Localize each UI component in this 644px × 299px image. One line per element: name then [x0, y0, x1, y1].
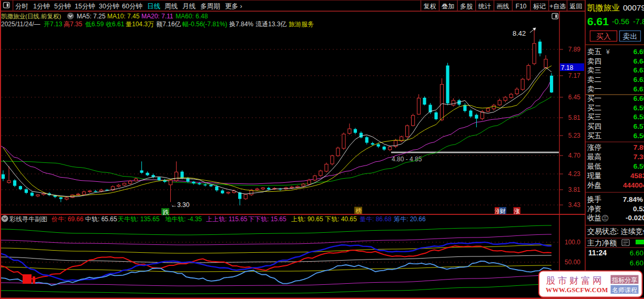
- svg-text:15分钟: 15分钟: [75, 3, 95, 10]
- svg-text:标记: 标记: [533, 3, 546, 10]
- svg-text:7.17: 7.17: [568, 72, 581, 79]
- svg-text:换7.84%: 换7.84%: [229, 20, 253, 28]
- svg-text:F10: F10: [516, 3, 527, 10]
- svg-text:日线: 日线: [147, 3, 160, 10]
- svg-text:叠加: 叠加: [442, 3, 454, 10]
- svg-text:额7.16亿: 额7.16亿: [156, 20, 181, 28]
- svg-text:卖五: 卖五: [587, 48, 602, 56]
- svg-text:买入: 买入: [596, 32, 611, 40]
- svg-text:-0.020: -0.020: [626, 214, 644, 222]
- svg-text:返回: 返回: [569, 3, 582, 10]
- svg-text:多股: 多股: [460, 3, 473, 10]
- svg-text:卖四: 卖四: [587, 57, 601, 65]
- svg-text:低6.59: 低6.59: [85, 20, 104, 28]
- svg-text:6.60: 6.60: [630, 259, 643, 267]
- svg-text:换手: 换手: [587, 195, 601, 203]
- svg-text:买三: 买三: [587, 113, 601, 121]
- svg-text:-0.56: -0.56: [612, 17, 629, 26]
- svg-text:6.60: 6.60: [633, 95, 644, 102]
- svg-text:月线: 月线: [182, 3, 196, 10]
- svg-text:←3.30: ←3.30: [171, 201, 190, 209]
- svg-text:买四: 买四: [587, 122, 601, 130]
- svg-text:6.58: 6.58: [633, 113, 644, 121]
- svg-text:6.59: 6.59: [633, 104, 644, 112]
- svg-text:8.42: 8.42: [513, 29, 526, 37]
- svg-text:5分钟: 5分钟: [54, 3, 71, 10]
- svg-text:卖二: 卖二: [587, 76, 601, 84]
- svg-text:股市财富网: 股市财富网: [546, 275, 604, 286]
- svg-text:买五: 买五: [587, 132, 602, 140]
- svg-text:买二: 买二: [587, 104, 601, 112]
- svg-text:6.57: 6.57: [633, 122, 644, 130]
- svg-text:筹牛: 20.66: 筹牛: 20.66: [394, 215, 426, 223]
- svg-text:5.81: 5.81: [568, 114, 581, 121]
- svg-text:指标分享: 指标分享: [611, 276, 637, 284]
- svg-text:3.43: 3.43: [568, 201, 581, 209]
- svg-text:财: 财: [500, 208, 506, 214]
- svg-text:收益㊂: 收益㊂: [587, 214, 609, 222]
- svg-text:7.18: 7.18: [561, 64, 574, 71]
- svg-text:5.23: 5.23: [568, 132, 581, 139]
- svg-text:MA20: 7.11: MA20: 7.11: [141, 13, 173, 20]
- svg-text:卖三: 卖三: [587, 66, 601, 74]
- svg-text:榜: 榜: [356, 208, 362, 214]
- svg-text:彩线寻牛副图: 彩线寻牛副图: [9, 215, 47, 223]
- svg-text:6.61: 6.61: [587, 15, 609, 27]
- svg-text:流通13.3亿: 流通13.3亿: [255, 20, 287, 28]
- svg-text:最低: 最低: [587, 162, 601, 170]
- svg-text:高7.35: 高7.35: [64, 20, 83, 28]
- svg-text:价牛: 69.66: 价牛: 69.66: [52, 215, 84, 223]
- svg-text:分时: 分时: [15, 3, 28, 10]
- svg-text:MA60: 6.48: MA60: 6.48: [176, 13, 208, 20]
- svg-text:中轨: 65.65: 中轨: 65.65: [85, 215, 117, 223]
- svg-text:3.81: 3.81: [568, 186, 581, 193]
- svg-text:多周期: 多周期: [200, 3, 220, 10]
- svg-text:净资: 净资: [587, 205, 601, 213]
- svg-text:30分钟: 30分钟: [99, 3, 119, 10]
- svg-text:100.0: 100.0: [565, 239, 580, 246]
- svg-text:下下轨: 15.65: 下下轨: 15.65: [248, 215, 287, 223]
- svg-text:卖出: 卖出: [623, 32, 638, 40]
- svg-text:7.84%: 7.84%: [623, 195, 643, 203]
- svg-text:4.23: 4.23: [568, 170, 581, 178]
- svg-text:收6.61: 收6.61: [106, 20, 125, 28]
- svg-text:买一: 买一: [587, 95, 601, 102]
- svg-text:最高: 最高: [587, 153, 601, 161]
- svg-text:-7.81%: -7.81%: [633, 17, 644, 26]
- svg-text:1分钟: 1分钟: [33, 3, 50, 10]
- svg-text:凯撒旅业(日线.前复权): 凯撒旅业(日线.前复权): [1, 13, 62, 19]
- svg-text:+自选: +自选: [549, 3, 566, 10]
- svg-text:上上轨: 115.65: 上上轨: 115.65: [206, 215, 248, 223]
- svg-text:7.89: 7.89: [633, 143, 644, 151]
- svg-text:000796: 000796: [623, 3, 644, 12]
- svg-text:地牛轨: -4.35: 地牛轨: -4.35: [165, 215, 202, 223]
- svg-text:画线: 画线: [496, 3, 509, 10]
- svg-text:量牛: 86.68: 量牛: 86.68: [360, 215, 392, 223]
- svg-text:6.45: 6.45: [568, 94, 581, 101]
- svg-text:MA5: 7.25: MA5: 7.25: [77, 13, 106, 20]
- svg-text:凯撒旅业: 凯撒旅业: [587, 3, 620, 12]
- svg-text:现量: 现量: [587, 172, 601, 180]
- svg-text:4.80 - 4.85: 4.80 - 4.85: [392, 156, 422, 163]
- svg-text:幅-0.56(-7.81%): 幅-0.56(-7.81%): [182, 20, 227, 28]
- svg-text:6.60: 6.60: [630, 249, 643, 257]
- svg-text:6.62: 6.62: [633, 76, 644, 84]
- svg-text:更多 ›: 更多 ›: [225, 3, 242, 10]
- svg-text:444004: 444004: [623, 181, 644, 189]
- svg-text:涨: 涨: [514, 208, 520, 214]
- svg-text:6.65: 6.65: [633, 48, 644, 56]
- svg-text:统计: 统计: [478, 3, 491, 10]
- svg-text:6.61: 6.61: [633, 85, 644, 93]
- svg-text:周线: 周线: [165, 3, 178, 10]
- svg-text:6.63: 6.63: [633, 66, 644, 74]
- svg-text:外盘: 外盘: [587, 181, 601, 189]
- svg-text:4583: 4583: [630, 172, 644, 180]
- svg-text:6.64: 6.64: [633, 57, 644, 65]
- svg-text:跌: 跌: [163, 209, 169, 215]
- svg-text:0.527: 0.527: [633, 205, 644, 213]
- svg-text:6.56: 6.56: [633, 132, 644, 140]
- svg-text:6.59: 6.59: [633, 162, 644, 170]
- svg-text:2025/11/24/—: 2025/11/24/—: [1, 20, 40, 28]
- svg-text:卖一: 卖一: [587, 85, 601, 93]
- svg-text:天牛轨: 135.65: 天牛轨: 135.65: [118, 215, 160, 223]
